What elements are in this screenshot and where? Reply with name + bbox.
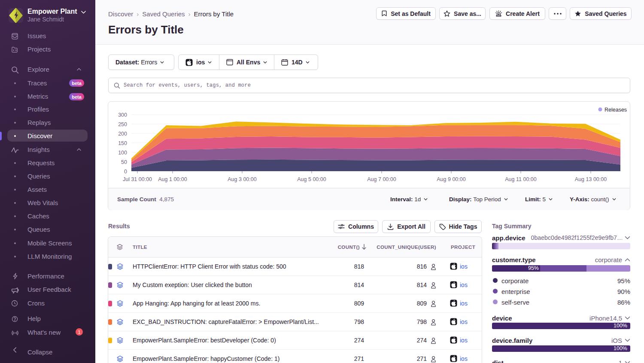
svg-text:Aug 9 00:00: Aug 9 00:00 [437, 176, 465, 182]
svg-text:Jul 31 00:00: Jul 31 00:00 [123, 176, 152, 182]
svg-text:0: 0 [124, 169, 127, 175]
svg-text:Aug 5 00:00: Aug 5 00:00 [297, 176, 326, 182]
svg-text:Aug 3 00:00: Aug 3 00:00 [228, 176, 256, 182]
svg-text:150: 150 [118, 140, 127, 146]
svg-text:Aug 7 00:00: Aug 7 00:00 [367, 176, 396, 182]
svg-text:300: 300 [118, 112, 127, 118]
svg-text:50: 50 [121, 159, 127, 165]
svg-text:250: 250 [118, 121, 127, 127]
svg-text:100: 100 [118, 150, 127, 156]
svg-text:200: 200 [118, 131, 127, 137]
svg-text:Aug 1 00:00: Aug 1 00:00 [158, 176, 187, 182]
